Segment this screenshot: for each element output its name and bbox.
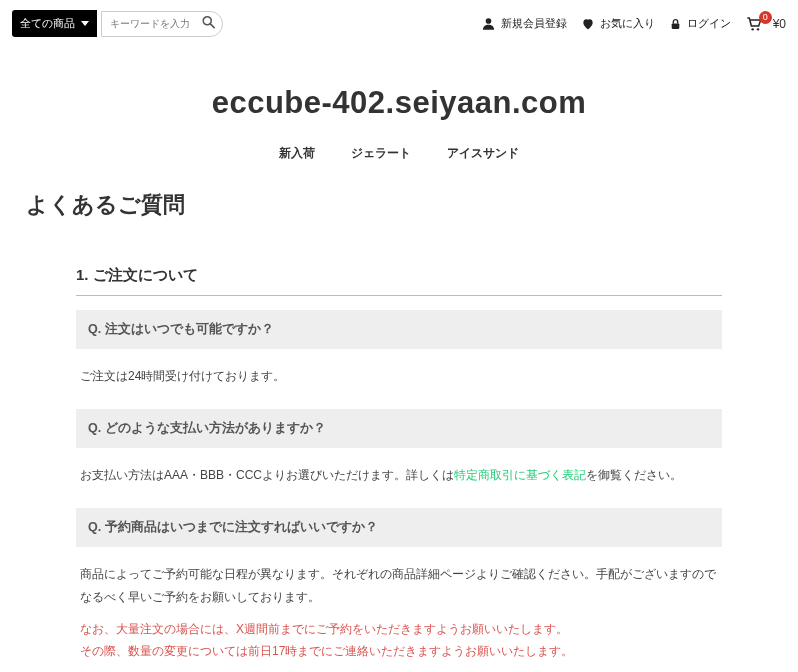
svg-line-1 (210, 23, 214, 27)
category-select[interactable]: 全ての商品 (12, 10, 97, 37)
favorite-link[interactable]: お気に入り (581, 16, 655, 31)
section-title: 1. ご注文について (76, 266, 722, 296)
page-title: よくあるご質問 (26, 190, 772, 220)
cart-link[interactable]: 0 ¥0 (745, 16, 786, 32)
svg-point-2 (485, 18, 491, 24)
chevron-down-icon (81, 21, 89, 26)
faq-question: Q. 予約商品はいつまでに注文すればいいですか？ (76, 508, 722, 547)
lock-icon (669, 17, 682, 31)
svg-point-4 (751, 28, 753, 30)
faq-answer: 商品によってご予約可能な日程が異なります。それぞれの商品詳細ページよりご確認くだ… (76, 547, 722, 672)
faq-answer: ご注文は24時間受け付けております。 (76, 349, 722, 409)
nav-item-icesand[interactable]: アイスサンド (447, 145, 519, 162)
svg-rect-3 (671, 23, 679, 28)
favorite-label: お気に入り (600, 16, 655, 31)
header-nav: 新規会員登録 お気に入り ログイン 0 ¥0 (481, 16, 786, 32)
site-title: eccube-402.seiyaan.com (0, 85, 798, 121)
page: よくあるご質問 1. ご注文について Q. 注文はいつでも可能ですか？ ご注文は… (0, 190, 798, 672)
nav-item-new[interactable]: 新入荷 (279, 145, 315, 162)
cart-total: ¥0 (773, 17, 786, 31)
faq-answer: お支払い方法はAAA・BBB・CCCよりお選びいただけます。詳しくは特定商取引に… (76, 448, 722, 508)
faq-question: Q. どのような支払い方法がありますか？ (76, 409, 722, 448)
header: 全ての商品 新規会員登録 お気に入り ログイン 0 ¥0 (0, 0, 798, 55)
nav-item-gelato[interactable]: ジェラート (351, 145, 411, 162)
search-button[interactable] (201, 14, 216, 33)
faq-content: 1. ご注文について Q. 注文はいつでも可能ですか？ ご注文は24時間受け付け… (26, 266, 772, 672)
user-icon (481, 16, 496, 31)
tokutei-link[interactable]: 特定商取引に基づく表記 (454, 468, 586, 482)
top-nav: 新入荷 ジェラート アイスサンド (0, 145, 798, 162)
cart-count-badge: 0 (759, 11, 772, 24)
search-input[interactable] (110, 18, 194, 29)
login-label: ログイン (687, 16, 731, 31)
register-link[interactable]: 新規会員登録 (481, 16, 567, 31)
heart-icon (581, 17, 595, 31)
category-label: 全ての商品 (20, 16, 75, 31)
faq-question: Q. 注文はいつでも可能ですか？ (76, 310, 722, 349)
search-box (101, 11, 223, 37)
search-icon (201, 14, 216, 29)
login-link[interactable]: ログイン (669, 16, 731, 31)
register-label: 新規会員登録 (501, 16, 567, 31)
svg-point-5 (756, 28, 758, 30)
